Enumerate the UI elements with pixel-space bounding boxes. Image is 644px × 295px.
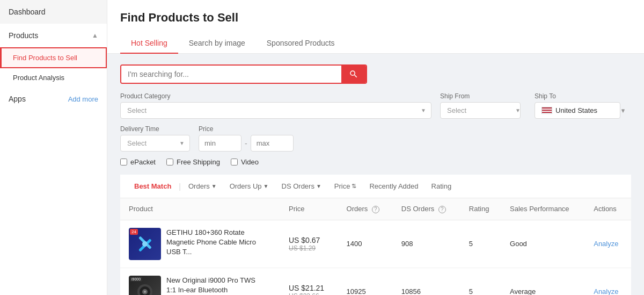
table-wrap: Best Match | Orders ▼ Orders Up ▼ DS Ord… [120, 175, 631, 295]
product-image-icon-2 [134, 281, 156, 296]
category-select[interactable]: Select [120, 102, 431, 119]
main-content: Find Products to Sell Hot Selling Search… [107, 0, 644, 295]
svg-point-6 [144, 291, 146, 293]
flag-icon [541, 107, 552, 114]
sidebar-products-label: Products [9, 31, 38, 40]
svg-point-2 [142, 241, 148, 247]
chevron-up-icon: ▲ [92, 32, 98, 39]
price-label: Price [199, 125, 294, 133]
analyze-link-1[interactable]: Analyze [594, 240, 618, 248]
product-name-1: GETIHU 180+360 Rotate Magnetic Phone Cab… [166, 228, 258, 257]
orders-help-icon[interactable]: ? [372, 206, 379, 213]
sort-orders-up[interactable]: Orders Up ▼ [224, 180, 274, 192]
sort-recently-added[interactable]: Recently Added [364, 180, 423, 192]
price-filter: Price - [199, 125, 294, 152]
sidebar-item-find-products[interactable]: Find Products to Sell [0, 47, 107, 68]
col-rating: Rating [460, 198, 501, 220]
delivery-select-wrap: Select [120, 135, 190, 152]
price-min-input[interactable] [199, 135, 241, 152]
ship-to-select[interactable]: United States [535, 102, 620, 119]
sort-rating[interactable]: Rating [426, 180, 457, 192]
price-original-2: US $33.66 [289, 292, 330, 296]
checkbox-video[interactable]: Video [231, 158, 259, 166]
ship-from-select[interactable]: Select [440, 102, 521, 119]
table-body: 24 GETIHU 180+360 Rotate Magnetic Phone … [120, 220, 631, 295]
epacket-checkbox[interactable] [120, 159, 127, 166]
sort-ds-orders[interactable]: DS Orders ▼ [276, 180, 327, 192]
sidebar: Dashboard Products ▲ Find Products to Se… [0, 0, 107, 295]
orders-cell-2: 10925 [338, 268, 393, 295]
delivery-filter: Delivery Time Select [120, 125, 190, 152]
col-actions: Actions [585, 198, 631, 220]
delivery-label: Delivery Time [120, 125, 190, 133]
sort-orders[interactable]: Orders ▼ [183, 180, 222, 192]
table-row: i9000 New Original i9000 Pro TWS 1:1 In-… [120, 268, 631, 295]
product-thumbnail-1: 24 [129, 228, 161, 260]
ds-orders-help-icon[interactable]: ? [438, 206, 446, 213]
price-max-input[interactable] [251, 135, 294, 152]
category-filter: Product Category Select [120, 92, 431, 119]
checkbox-epacket[interactable]: ePacket [120, 158, 156, 166]
product-thumbnail-2: i9000 [129, 276, 161, 296]
chevron-down-icon: ▼ [264, 183, 269, 189]
products-table: Product Price Orders ? DS Orders ? Ratin… [120, 198, 631, 295]
col-ds-orders: DS Orders ? [393, 198, 460, 220]
search-button[interactable] [341, 66, 366, 83]
price-original-1: US $1.29 [289, 244, 330, 252]
search-bar [120, 64, 631, 84]
ship-to-filter: Ship To United States ▼ [535, 92, 631, 119]
price-inputs: - [199, 135, 294, 152]
main-header: Find Products to Sell Hot Selling Search… [107, 0, 644, 54]
video-checkbox[interactable] [231, 159, 238, 166]
filters-row-1: Product Category Select Ship From Select… [120, 92, 631, 119]
table-row: 24 GETIHU 180+360 Rotate Magnetic Phone … [120, 220, 631, 268]
sidebar-item-product-analysis[interactable]: Product Analysis [0, 68, 107, 87]
tab-bar: Hot Selling Search by image Sponsored Pr… [120, 33, 631, 53]
chevron-down-icon: ▼ [211, 183, 217, 189]
delivery-select[interactable]: Select [120, 135, 190, 152]
sidebar-products-group: Products ▲ Find Products to Sell Product… [0, 24, 107, 87]
tab-search-by-image[interactable]: Search by image [178, 33, 256, 54]
sales-perf-cell-1: Good [501, 220, 585, 268]
sort-best-match[interactable]: Best Match [129, 180, 177, 192]
price-cell-1: US $0.67 US $1.29 [280, 220, 338, 268]
ship-from-filter: Ship From Select [440, 92, 526, 119]
ds-orders-cell-1: 908 [393, 220, 460, 268]
category-select-wrap: Select [120, 102, 431, 119]
ship-to-select-wrap: United States ▼ [535, 102, 631, 119]
analyze-link-2[interactable]: Analyze [594, 287, 618, 295]
ship-from-select-wrap: Select [440, 102, 526, 119]
col-orders: Orders ? [338, 198, 393, 220]
sidebar-apps-label: Apps [9, 95, 26, 103]
actions-cell-1: Analyze [585, 220, 631, 268]
sidebar-products-header[interactable]: Products ▲ [0, 24, 107, 47]
ship-from-label: Ship From [440, 92, 526, 100]
checkbox-free-shipping[interactable]: Free Shipping [166, 158, 220, 166]
price-cell-2: US $21.21 US $33.66 [280, 268, 338, 295]
tab-sponsored-products[interactable]: Sponsored Products [256, 33, 346, 54]
tab-hot-selling[interactable]: Hot Selling [120, 33, 178, 54]
ship-to-value: United States [555, 106, 597, 114]
actions-cell-2: Analyze [585, 268, 631, 295]
col-product: Product [120, 198, 280, 220]
product-image-icon-1 [134, 233, 156, 255]
checkbox-row: ePacket Free Shipping Video [120, 158, 631, 166]
sidebar-item-dashboard[interactable]: Dashboard [0, 0, 107, 24]
product-badge-2: i9000 [130, 277, 142, 282]
sort-price[interactable]: Price ⇅ [329, 180, 362, 192]
price-main-1: US $0.67 [289, 236, 330, 244]
search-input[interactable] [121, 66, 341, 83]
rating-cell-1: 5 [460, 220, 501, 268]
page-title: Find Products to Sell [120, 11, 631, 25]
chevron-down-icon: ▼ [316, 183, 321, 189]
sort-price-icon: ⇅ [352, 183, 356, 190]
ship-to-label: Ship To [535, 92, 631, 100]
col-sales-performance: Sales Performance [501, 198, 585, 220]
chevron-down-icon: ▼ [620, 107, 626, 113]
epacket-label: ePacket [130, 158, 156, 166]
product-name-2: New Original i9000 Pro TWS 1:1 In-ear Bl… [166, 276, 258, 296]
free-shipping-checkbox[interactable] [166, 159, 173, 166]
col-price: Price [280, 198, 338, 220]
search-input-wrap [120, 64, 367, 84]
sidebar-add-more-link[interactable]: Add more [68, 95, 98, 103]
